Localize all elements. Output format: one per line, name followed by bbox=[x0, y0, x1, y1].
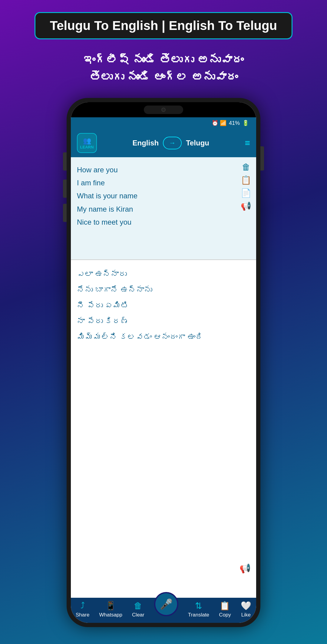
arrow-button[interactable]: → bbox=[163, 137, 182, 149]
speaker-output-icon[interactable]: 📢 bbox=[239, 563, 251, 574]
action-icons: 🗑 📋 📄 📢 bbox=[241, 162, 251, 211]
target-lang-text: Telugu bbox=[186, 139, 209, 147]
translate-nav-item[interactable]: ⇅ Translate bbox=[188, 601, 209, 618]
input-line-1: How are you bbox=[77, 163, 250, 176]
app-logo: 👥 LEARN bbox=[77, 133, 97, 153]
copy-nav-item[interactable]: 📋 Copy bbox=[219, 601, 231, 618]
input-section[interactable]: How are you I am fine What is your name … bbox=[71, 157, 256, 260]
status-icons: ⏰ 📶 bbox=[212, 120, 226, 126]
arrow-icon: → bbox=[169, 139, 176, 147]
battery-icon: 🔋 bbox=[242, 120, 249, 126]
whatsapp-label: Whatsapp bbox=[99, 612, 122, 618]
clear-icon: 🗑 bbox=[134, 601, 142, 611]
like-nav-item[interactable]: 🤍 Like bbox=[241, 601, 251, 618]
notch-pill bbox=[144, 106, 183, 114]
output-section: ఎలా ఉన్నారు నేను బాగానే ఉన్నాను నీ పేరు … bbox=[71, 260, 256, 598]
mic-button[interactable]: 🎤 bbox=[154, 592, 178, 616]
output-line-4: నా పేరు కిరణ్ bbox=[77, 313, 250, 329]
battery-text: 41% bbox=[229, 120, 240, 126]
lang-selector: English → Telugu bbox=[102, 137, 240, 149]
output-line-3: నీ పేరు ఏమిటి bbox=[77, 298, 250, 313]
app-header: 👥 LEARN English → Telugu ≡ bbox=[71, 129, 256, 157]
camera-dot bbox=[161, 108, 166, 112]
title-text: Telugu To English | English To Telugu bbox=[50, 18, 277, 33]
input-line-2: I am fine bbox=[77, 176, 250, 189]
copy-docs-icon[interactable]: 📄 bbox=[241, 188, 251, 198]
phone-inner: ⏰ 📶 41% 🔋 👥 LEARN English → Telugu ≡ How… bbox=[71, 102, 256, 623]
whatsapp-icon: 📱 bbox=[105, 601, 116, 611]
input-line-5: Nice to meet you bbox=[77, 216, 250, 229]
bottom-nav: ⤴ Share 📱 Whatsapp 🗑 Clear 🎤 ⇅ Translate bbox=[71, 598, 256, 623]
phone-notch bbox=[71, 102, 256, 117]
top-title-bar: Telugu To English | English To Telugu bbox=[35, 12, 293, 39]
speaker-input-icon[interactable]: 📢 bbox=[241, 201, 251, 211]
vol-down-button-2[interactable] bbox=[63, 204, 67, 222]
mic-btn-container: 🎤 bbox=[154, 592, 178, 616]
logo-label: LEARN bbox=[80, 145, 94, 149]
subtitle: ఇంగ్లీష్ నుండి తెలుగు అనువాదం తెలుగు నుం… bbox=[84, 51, 243, 86]
mic-icon: 🎤 bbox=[160, 598, 173, 610]
output-line-2: నేను బాగానే ఉన్నాను bbox=[77, 282, 250, 298]
like-icon: 🤍 bbox=[241, 601, 251, 611]
vol-down-button-1[interactable] bbox=[63, 180, 67, 198]
input-line-3: What is your name bbox=[77, 189, 250, 202]
menu-button[interactable]: ≡ bbox=[245, 138, 250, 148]
input-content: How are you I am fine What is your name … bbox=[77, 163, 250, 229]
phone-wrapper: ⏰ 📶 41% 🔋 👥 LEARN English → Telugu ≡ How… bbox=[67, 98, 260, 627]
vol-up-button[interactable] bbox=[63, 152, 67, 171]
output-line-5: మిమ్మల్ని కలవడం ఆనందంగా ఉంది bbox=[77, 329, 250, 345]
power-button[interactable] bbox=[260, 146, 264, 171]
whatsapp-nav-item[interactable]: 📱 Whatsapp bbox=[99, 601, 122, 618]
logo-icon: 👥 bbox=[83, 137, 91, 145]
clear-nav-item[interactable]: 🗑 Clear bbox=[132, 601, 144, 618]
translate-icon: ⇅ bbox=[195, 601, 202, 611]
output-line-1: ఎలా ఉన్నారు bbox=[77, 266, 250, 282]
input-line-4: My name is Kiran bbox=[77, 203, 250, 216]
like-label: Like bbox=[241, 612, 251, 618]
share-nav-item[interactable]: ⤴ Share bbox=[76, 601, 89, 618]
output-content: ఎలా ఉన్నారు నేను బాగానే ఉన్నాను నీ పేరు … bbox=[77, 266, 250, 345]
translate-label: Translate bbox=[188, 612, 209, 618]
status-bar: ⏰ 📶 41% 🔋 bbox=[71, 117, 256, 129]
clipboard-icon[interactable]: 📋 bbox=[241, 175, 251, 185]
share-label: Share bbox=[76, 612, 89, 618]
copy-label: Copy bbox=[219, 612, 231, 618]
delete-icon[interactable]: 🗑 bbox=[242, 162, 250, 172]
source-lang-text: English bbox=[132, 139, 159, 147]
copy-icon: 📋 bbox=[220, 601, 230, 611]
share-icon: ⤴ bbox=[81, 601, 85, 611]
clear-label: Clear bbox=[132, 612, 144, 618]
